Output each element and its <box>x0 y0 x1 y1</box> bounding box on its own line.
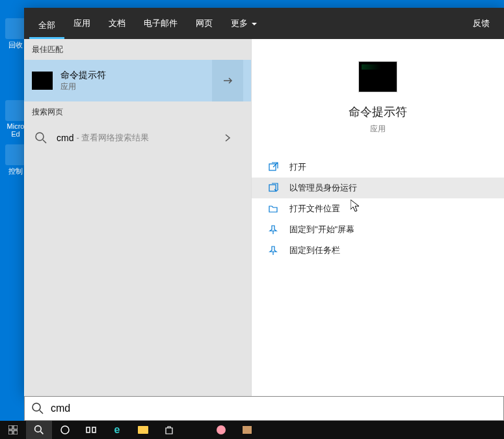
taskbar-app-icon[interactable] <box>208 421 234 439</box>
action-pin-start[interactable]: 固定到"开始"屏幕 <box>252 219 504 240</box>
feedback-link[interactable]: 反馈 <box>464 18 499 29</box>
svg-rect-2 <box>269 185 276 191</box>
svg-rect-4 <box>8 425 12 429</box>
search-filter-tabs: 全部 应用 文档 电子邮件 网页 更多 反馈 <box>24 8 504 39</box>
action-label: 固定到任务栏 <box>289 245 340 256</box>
svg-point-8 <box>35 426 42 432</box>
taskbar-store-icon[interactable] <box>156 421 182 439</box>
command-prompt-icon <box>32 72 53 90</box>
taskbar: e <box>0 421 504 439</box>
tab-documents[interactable]: 文档 <box>99 8 135 39</box>
pin-start-icon <box>267 224 279 235</box>
taskbar-mail-icon[interactable] <box>182 421 208 439</box>
section-best-match: 最佳匹配 <box>24 39 251 60</box>
desktop-icon-edge[interactable]: Micro Ed <box>5 100 26 138</box>
start-button[interactable] <box>0 421 26 439</box>
results-pane: 最佳匹配 命令提示符 应用 搜索网页 cmd - 查看网络搜索结果 <box>24 39 251 396</box>
taskbar-search-button[interactable] <box>26 421 52 439</box>
folder-icon <box>267 203 279 215</box>
svg-rect-6 <box>8 431 12 434</box>
search-box[interactable] <box>24 396 504 421</box>
web-result-chevron[interactable] <box>212 117 243 159</box>
tab-web[interactable]: 网页 <box>187 8 222 39</box>
tab-all[interactable]: 全部 <box>29 8 64 39</box>
svg-rect-1 <box>269 164 276 170</box>
result-command-prompt[interactable]: 命令提示符 应用 <box>24 60 251 101</box>
preview-pane: 命令提示符 应用 打开 以管理员身份运行 打开文件位置 固定到 <box>251 39 504 396</box>
action-open[interactable]: 打开 <box>252 157 504 178</box>
search-input[interactable] <box>51 403 497 414</box>
svg-rect-10 <box>86 427 90 432</box>
action-run-as-admin[interactable]: 以管理员身份运行 <box>252 178 504 198</box>
preview-subtitle: 应用 <box>252 124 504 135</box>
action-list: 打开 以管理员身份运行 打开文件位置 固定到"开始"屏幕 固定到任务栏 <box>252 148 504 261</box>
desktop-icon-label: 控制 <box>8 167 23 175</box>
web-query-text: cmd <box>57 133 73 143</box>
pin-taskbar-icon <box>267 245 279 256</box>
search-body: 最佳匹配 命令提示符 应用 搜索网页 cmd - 查看网络搜索结果 <box>24 39 504 396</box>
web-search-result[interactable]: cmd - 查看网络搜索结果 <box>24 122 251 153</box>
desktop-icon-label: Micro Ed <box>7 122 25 138</box>
result-subtitle: 应用 <box>60 81 212 92</box>
search-icon <box>34 131 47 144</box>
start-search-panel: 全部 应用 文档 电子邮件 网页 更多 反馈 最佳匹配 命令提示符 应用 搜索网… <box>24 8 504 396</box>
tab-email[interactable]: 电子邮件 <box>135 8 187 39</box>
tab-apps[interactable]: 应用 <box>64 8 99 39</box>
taskbar-explorer-icon[interactable] <box>130 421 156 439</box>
web-query-hint: - 查看网络搜索结果 <box>76 132 149 144</box>
action-pin-taskbar[interactable]: 固定到任务栏 <box>252 240 504 261</box>
open-icon <box>267 161 279 173</box>
action-open-location[interactable]: 打开文件位置 <box>252 198 504 219</box>
desktop-icon-label: 回收 <box>8 41 23 49</box>
taskbar-app-icon-2[interactable] <box>234 421 260 439</box>
admin-icon <box>267 182 279 194</box>
desktop-icon-control[interactable]: 控制 <box>5 144 26 176</box>
taskbar-taskview-button[interactable] <box>78 421 104 439</box>
svg-point-3 <box>33 403 40 411</box>
search-icon <box>31 402 44 415</box>
svg-point-0 <box>36 133 44 140</box>
action-label: 打开 <box>289 161 306 173</box>
action-label: 打开文件位置 <box>289 203 340 215</box>
svg-rect-5 <box>14 425 18 429</box>
result-title: 命令提示符 <box>60 69 212 82</box>
action-label: 固定到"开始"屏幕 <box>289 224 354 235</box>
taskbar-cortana-button[interactable] <box>52 421 78 439</box>
preview-title: 命令提示符 <box>252 104 504 120</box>
svg-point-9 <box>61 426 69 434</box>
action-label: 以管理员身份运行 <box>289 182 357 194</box>
preview-app-icon <box>358 61 397 92</box>
expand-result-button[interactable] <box>212 60 243 101</box>
desktop-icon-recycle[interactable]: 回收 <box>5 18 26 50</box>
tab-more[interactable]: 更多 <box>222 8 266 39</box>
preview-header: 命令提示符 应用 <box>252 39 504 148</box>
svg-rect-7 <box>14 431 18 434</box>
svg-rect-11 <box>92 427 96 432</box>
taskbar-edge-icon[interactable]: e <box>104 421 130 439</box>
